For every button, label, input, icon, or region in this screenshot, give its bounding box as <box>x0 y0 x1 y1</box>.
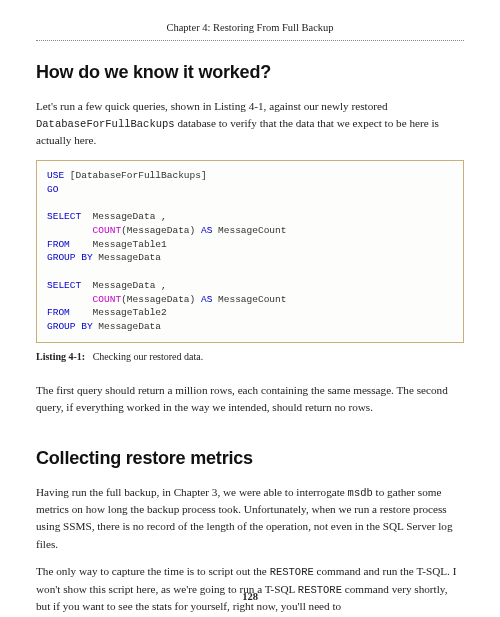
code-text: MessageTable1 <box>70 239 167 250</box>
paragraph: Let's run a few quick queries, shown in … <box>36 98 464 150</box>
paragraph: The first query should return a million … <box>36 382 464 417</box>
chapter-header: Chapter 4: Restoring From Full Backup <box>36 20 464 41</box>
text: Having run the full backup, in Chapter 3… <box>36 486 348 498</box>
code-text: MessageCount <box>212 225 286 236</box>
paragraph: Having run the full backup, in Chapter 3… <box>36 484 464 553</box>
code-keyword: AS <box>201 225 212 236</box>
inline-code: RESTORE <box>270 566 314 578</box>
code-function: COUNT <box>93 225 122 236</box>
code-text <box>47 294 93 305</box>
listing-caption: Listing 4-1: Checking our restored data. <box>36 349 464 364</box>
code-keyword: FROM <box>47 239 70 250</box>
section-heading-1: How do we know it worked? <box>36 59 464 86</box>
code-text: (MessageData) <box>121 294 201 305</box>
inline-code: DatabaseForFullBackups <box>36 118 175 130</box>
listing-caption-text: Checking our restored data. <box>93 351 204 362</box>
inline-code: msdb <box>348 487 373 499</box>
code-text: MessageData , <box>81 280 167 291</box>
code-keyword: AS <box>201 294 212 305</box>
section-heading-2: Collecting restore metrics <box>36 445 464 472</box>
code-text <box>47 225 93 236</box>
page-number: 128 <box>0 589 500 605</box>
code-keyword: SELECT <box>47 280 81 291</box>
code-keyword: FROM <box>47 307 70 318</box>
code-text: MessageData <box>93 252 161 263</box>
code-keyword: GO <box>47 184 58 195</box>
code-text: MessageData <box>93 321 161 332</box>
code-text: (MessageData) <box>121 225 201 236</box>
chapter-title: Chapter 4: Restoring From Full Backup <box>166 22 333 33</box>
text: The only way to capture the time is to s… <box>36 565 270 577</box>
listing-label: Listing 4-1: <box>36 351 85 362</box>
code-text: [DatabaseForFullBackups] <box>64 170 207 181</box>
code-keyword: USE <box>47 170 64 181</box>
text: Let's run a few quick queries, shown in … <box>36 100 388 112</box>
code-function: COUNT <box>93 294 122 305</box>
code-block: USE [DatabaseForFullBackups] GO SELECT M… <box>36 160 464 343</box>
code-text: MessageTable2 <box>70 307 167 318</box>
code-keyword: GROUP BY <box>47 252 93 263</box>
code-text: MessageData , <box>81 211 167 222</box>
code-keyword: GROUP BY <box>47 321 93 332</box>
code-keyword: SELECT <box>47 211 81 222</box>
code-text: MessageCount <box>212 294 286 305</box>
